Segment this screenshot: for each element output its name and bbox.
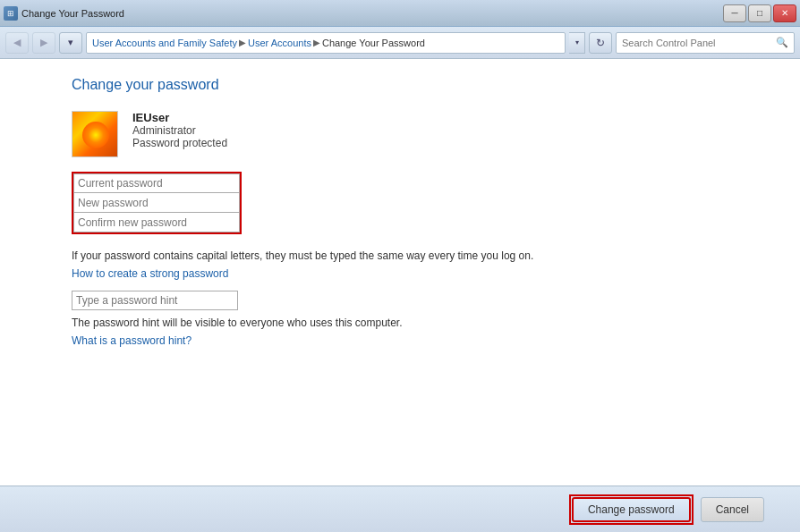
main-content: Change your password IEUser Administrato… (0, 59, 800, 486)
maximize-button[interactable]: □ (748, 4, 771, 22)
title-bar-left: ⊞ Change Your Password (4, 6, 124, 21)
bottom-bar: Change password Cancel (0, 486, 800, 532)
breadcrumb-sep2: ▶ (313, 38, 320, 47)
search-bar: 🔍 (616, 32, 795, 54)
strong-password-link[interactable]: How to create a strong password (72, 267, 228, 280)
window: ⊞ Change Your Password ─ □ ✕ ◀ ▶ ▾ User … (0, 0, 800, 532)
title-bar-buttons: ─ □ ✕ (723, 4, 796, 22)
current-password-input[interactable] (73, 173, 240, 193)
user-avatar (72, 111, 118, 157)
fields-section (72, 172, 728, 241)
password-fields-box (72, 172, 242, 234)
forward-button[interactable]: ▶ (32, 32, 55, 54)
breadcrumb-current: Change Your Password (322, 38, 425, 48)
dropdown-button[interactable]: ▾ (59, 32, 82, 54)
window-title: Change Your Password (21, 8, 124, 19)
breadcrumb-part2[interactable]: User Accounts (248, 38, 311, 48)
user-status: Password protected (132, 137, 227, 149)
breadcrumb-sep1: ▶ (239, 38, 246, 47)
password-info-text: If your password contains capital letter… (72, 249, 537, 264)
avatar-image (72, 112, 118, 157)
cancel-button[interactable]: Cancel (701, 497, 764, 522)
window-icon: ⊞ (4, 6, 18, 21)
change-password-button[interactable]: Change password (572, 497, 691, 522)
new-password-input[interactable] (73, 193, 240, 213)
breadcrumb-part1[interactable]: User Accounts and Family Safety (92, 38, 237, 48)
close-button[interactable]: ✕ (773, 4, 796, 22)
hint-link[interactable]: What is a password hint? (72, 334, 191, 347)
user-name: IEUser (132, 111, 227, 124)
breadcrumb: User Accounts and Family Safety ▶ User A… (86, 32, 566, 54)
address-bar: ◀ ▶ ▾ User Accounts and Family Safety ▶ … (0, 27, 800, 59)
search-icon[interactable]: 🔍 (776, 37, 788, 48)
user-section: IEUser Administrator Password protected (72, 111, 728, 157)
hint-section: The password hint will be visible to eve… (72, 291, 728, 347)
search-input[interactable] (622, 38, 772, 48)
change-password-highlight: Change password (569, 494, 694, 525)
title-bar: ⊞ Change Your Password ─ □ ✕ (0, 0, 800, 27)
user-info: IEUser Administrator Password protected (132, 111, 227, 149)
password-hint-input[interactable] (72, 291, 238, 310)
refresh-button[interactable]: ↻ (589, 32, 612, 54)
back-button[interactable]: ◀ (5, 32, 29, 54)
confirm-password-input[interactable] (73, 213, 240, 232)
hint-info-text: The password hint will be visible to eve… (72, 316, 537, 331)
user-role: Administrator (132, 124, 227, 137)
minimize-button[interactable]: ─ (723, 4, 746, 22)
page-title: Change your password (72, 77, 728, 93)
breadcrumb-dropdown-button[interactable]: ▾ (569, 32, 585, 54)
